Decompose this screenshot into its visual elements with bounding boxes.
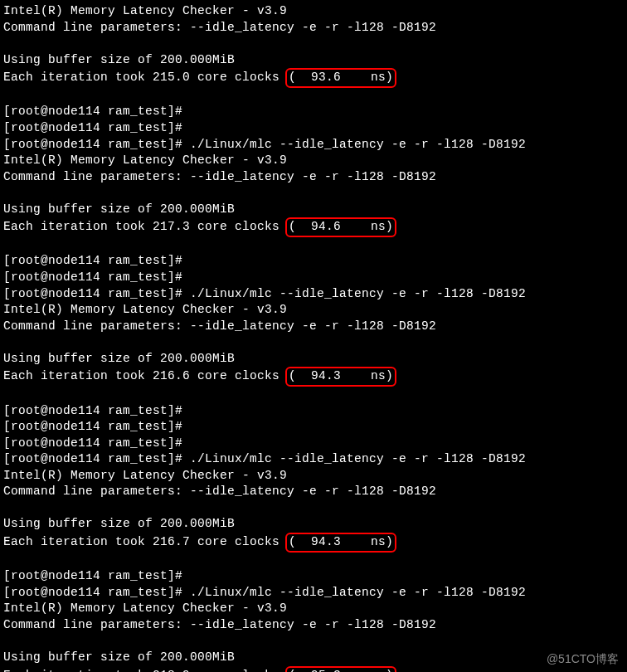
latency-highlight: ( 94.3 ns) <box>285 367 396 387</box>
mlc-header: Intel(R) Memory Latency Checker - v3.9 <box>3 3 624 20</box>
latency-highlight: ( 93.6 ns) <box>285 68 396 88</box>
iteration-prefix: Each iteration took 216.6 core clocks <box>3 369 287 382</box>
shell-prompt: [root@node114 ram_test]# <box>3 104 624 120</box>
terminal-output: Intel(R) Memory Latency Checker - v3.9Co… <box>3 3 624 672</box>
iteration-prefix: Each iteration took 218.9 core clocks <box>3 669 287 673</box>
blank-line <box>3 500 624 517</box>
iteration-line: Each iteration took 217.3 core clocks ( … <box>3 217 624 237</box>
shell-prompt: [root@node114 ram_test]# <box>3 403 624 420</box>
mlc-params: Command line parameters: --idle_latency … <box>3 169 624 186</box>
blank-line <box>3 387 624 403</box>
shell-prompt: [root@node114 ram_test]# <box>3 253 624 270</box>
mlc-params: Command line parameters: --idle_latency … <box>3 617 624 634</box>
buffer-line: Using buffer size of 200.000MiB <box>3 52 624 69</box>
latency-highlight: ( 94.6 ns) <box>285 217 396 237</box>
blank-line <box>3 553 624 569</box>
shell-prompt: [root@node114 ram_test]# <box>3 436 624 452</box>
blank-line <box>3 334 624 351</box>
shell-prompt: [root@node114 ram_test]# <box>3 419 624 436</box>
shell-command: [root@node114 ram_test]# ./Linux/mlc --i… <box>3 451 624 468</box>
shell-command: [root@node114 ram_test]# ./Linux/mlc --i… <box>3 137 624 153</box>
blank-line <box>3 633 624 650</box>
buffer-line: Using buffer size of 200.000MiB <box>3 202 624 218</box>
shell-prompt: [root@node114 ram_test]# <box>3 568 624 585</box>
latency-highlight: ( 94.3 ns) <box>285 533 396 553</box>
shell-prompt: [root@node114 ram_test]# <box>3 270 624 286</box>
blank-line <box>3 185 624 202</box>
watermark: @51CTO博客 <box>547 651 619 667</box>
iteration-line: Each iteration took 215.0 core clocks ( … <box>3 68 624 88</box>
mlc-params: Command line parameters: --idle_latency … <box>3 319 624 335</box>
iteration-line: Each iteration took 216.7 core clocks ( … <box>3 533 624 553</box>
iteration-prefix: Each iteration took 216.7 core clocks <box>3 535 287 548</box>
mlc-header: Intel(R) Memory Latency Checker - v3.9 <box>3 302 624 319</box>
buffer-line: Using buffer size of 200.000MiB <box>3 516 624 533</box>
shell-command: [root@node114 ram_test]# ./Linux/mlc --i… <box>3 286 624 303</box>
mlc-params: Command line parameters: --idle_latency … <box>3 20 624 37</box>
mlc-header: Intel(R) Memory Latency Checker - v3.9 <box>3 601 624 617</box>
latency-highlight: ( 95.3 ns) <box>285 666 396 673</box>
mlc-header: Intel(R) Memory Latency Checker - v3.9 <box>3 468 624 485</box>
iteration-line: Each iteration took 216.6 core clocks ( … <box>3 367 624 387</box>
blank-line <box>3 36 624 52</box>
blank-line <box>3 237 624 254</box>
mlc-params: Command line parameters: --idle_latency … <box>3 484 624 500</box>
buffer-line: Using buffer size of 200.000MiB <box>3 351 624 368</box>
shell-command: [root@node114 ram_test]# ./Linux/mlc --i… <box>3 585 624 601</box>
iteration-line: Each iteration took 218.9 core clocks ( … <box>3 666 624 673</box>
mlc-header: Intel(R) Memory Latency Checker - v3.9 <box>3 153 624 169</box>
shell-prompt: [root@node114 ram_test]# <box>3 120 624 137</box>
buffer-line: Using buffer size of 200.000MiB <box>3 650 624 666</box>
iteration-prefix: Each iteration took 217.3 core clocks <box>3 220 287 233</box>
blank-line <box>3 88 624 105</box>
iteration-prefix: Each iteration took 215.0 core clocks <box>3 71 287 84</box>
